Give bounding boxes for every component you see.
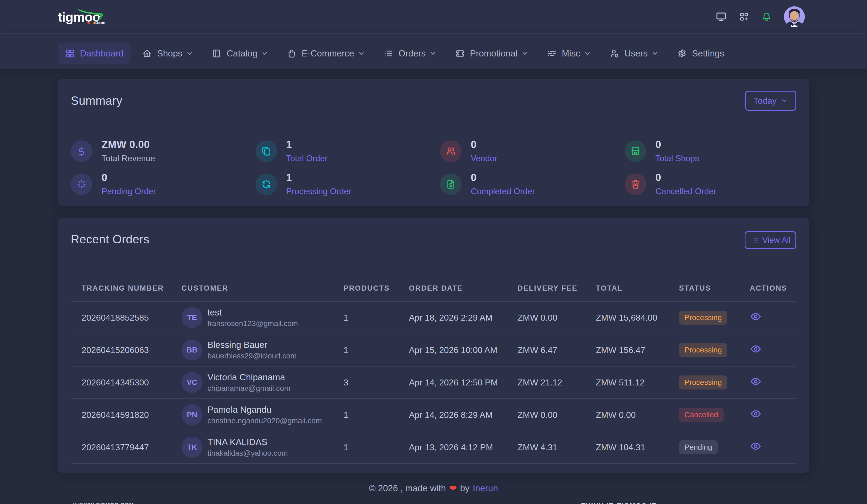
stat-total-revenue: ZMW 0.00 Total Revenue [71, 138, 256, 164]
delivery-fee: ZMW 21.12 [507, 366, 585, 399]
nav-label: E-Commerce [302, 49, 354, 58]
stat-vendor: 0 Vendor [440, 138, 625, 164]
monitor-icon[interactable] [715, 11, 727, 23]
stat-total-shops: 0 Total Shops [625, 138, 810, 164]
catalog-book-icon [212, 49, 222, 58]
customer-email: chipanamav@gmail.com [207, 384, 290, 393]
nav-item-promotional[interactable]: Promotional [448, 43, 535, 64]
nav-label: Promotional [470, 49, 517, 58]
table-row: 20260418852585 TE test fransrosen123@gma… [71, 301, 796, 334]
products-count: 1 [333, 399, 398, 431]
apps-add-icon[interactable] [739, 12, 749, 22]
customer-email: tinakalidas@yahoo.com [207, 448, 288, 458]
summary-title: Summary [71, 94, 122, 107]
nav-item-catalog[interactable]: Catalog [204, 43, 275, 64]
nav-item-users[interactable]: Users [602, 43, 665, 64]
order-total: ZMW 15,684.00 [585, 301, 668, 334]
stat-label: Total Revenue [101, 153, 155, 164]
bottom-clipped-left-text: © WWW.TIGMOO.COM [72, 502, 134, 504]
orders-table: Tracking Number Customer Products Order … [71, 284, 796, 464]
copyright-by: by [460, 483, 469, 493]
nav-label: Orders [398, 49, 426, 58]
products-count: 3 [333, 366, 398, 399]
nav-item-ecommerce[interactable]: E-Commerce [280, 43, 372, 64]
order-date: Apr 14, 2026 12:50 PM [398, 366, 507, 399]
stat-cancelled-order: 0 Cancelled Order [625, 171, 810, 197]
copy-files-icon [256, 140, 277, 162]
nav-label: Shops [157, 49, 182, 58]
page-footer: © 2026 , made with ❤ by Inerun [0, 473, 867, 504]
top-header: tigmoo .com [0, 0, 867, 33]
order-date: Apr 13, 2026 4:12 PM [398, 431, 507, 463]
tracking-number: 20260413779447 [71, 431, 171, 463]
summary-card: Summary Today ZMW 0.00 Total Revenue 1 T… [58, 79, 809, 206]
products-count: 1 [333, 431, 398, 463]
stat-value: 1 [286, 171, 351, 184]
vendors-users-icon [440, 140, 462, 162]
customer-avatar: VC [182, 372, 203, 393]
user-shield-icon [609, 49, 620, 58]
orders-list-icon [383, 49, 394, 58]
order-total: ZMW 511.12 [585, 366, 668, 399]
period-select-button[interactable]: Today [745, 91, 796, 111]
stat-label: Completed Order [471, 186, 535, 197]
nav-item-shops[interactable]: Shops [135, 43, 200, 64]
tigmoo-logo[interactable]: tigmoo .com [58, 8, 118, 26]
customer-email: christine.ngandu2020@gmail.com [207, 416, 322, 426]
customer-avatar: PN [182, 404, 203, 426]
bottom-clipped-strip: © WWW.TIGMOO.COM THINK IT, TIGMOO IT [0, 502, 867, 504]
settings-gear-icon [677, 49, 687, 58]
view-all-button[interactable]: View All [745, 231, 796, 249]
col-order-date: Order Date [398, 284, 507, 301]
nav-item-misc[interactable]: Misc [540, 43, 598, 64]
nav-label: Users [624, 49, 648, 58]
view-order-eye-icon[interactable] [750, 343, 762, 355]
storefront-icon [625, 140, 646, 162]
user-avatar[interactable] [784, 6, 805, 27]
tracking-number: 20260415206063 [71, 334, 171, 366]
ticket-icon [455, 49, 465, 58]
nav-label: Settings [692, 49, 724, 58]
chevron-down-icon [781, 97, 788, 104]
inerun-link[interactable]: Inerun [473, 483, 498, 493]
shopping-bag-icon [287, 49, 297, 58]
nav-item-settings[interactable]: Settings [670, 43, 731, 64]
orders-header-row: Tracking Number Customer Products Order … [71, 284, 796, 301]
stat-value: 1 [286, 138, 328, 151]
col-tracking-number: Tracking Number [71, 284, 171, 301]
tracking-number: 20260414591820 [71, 399, 171, 431]
orders-body: 20260418852585 TE test fransrosen123@gma… [71, 301, 796, 463]
view-order-eye-icon[interactable] [750, 311, 762, 322]
recent-orders-card: Recent Orders View All Tracking Number C… [58, 218, 809, 473]
products-count: 1 [333, 301, 398, 334]
customer-avatar: BB [182, 340, 203, 361]
stat-label: Pending Order [101, 186, 156, 197]
status-badge: Processing [679, 375, 727, 389]
summary-stats: ZMW 0.00 Total Revenue 1 Total Order 0 V… [71, 138, 809, 197]
nav-label: Catalog [227, 49, 257, 58]
table-row: 20260414345300 VC Victoria Chipanama chi… [71, 366, 796, 399]
trash-x-icon [625, 173, 646, 195]
status-badge: Processing [679, 311, 727, 325]
notifications-bell-icon[interactable] [761, 11, 772, 22]
stat-value: ZMW 0.00 [101, 138, 155, 151]
nav-item-dashboard[interactable]: Dashboard [58, 43, 130, 64]
refresh-icon [256, 173, 277, 195]
stat-value: 0 [471, 138, 497, 151]
tracking-number: 20260418852585 [71, 301, 171, 334]
view-order-eye-icon[interactable] [750, 440, 762, 452]
status-badge: Pending [679, 440, 718, 454]
delivery-fee: ZMW 4.31 [507, 431, 585, 463]
nav-item-orders[interactable]: Orders [376, 43, 443, 64]
col-status: Status [668, 284, 739, 301]
stat-completed-order: 0 Completed Order [440, 171, 625, 197]
avatar-face [790, 11, 799, 21]
delivery-fee: ZMW 0.00 [507, 399, 585, 431]
view-order-eye-icon[interactable] [750, 408, 762, 420]
col-delivery-fee: Delivery Fee [507, 284, 585, 301]
chevron-down-icon [358, 50, 365, 57]
customer-email: fransrosen123@gmail.com [207, 319, 298, 329]
view-order-eye-icon[interactable] [750, 375, 762, 387]
chevron-down-icon [584, 50, 591, 57]
period-label: Today [753, 96, 777, 106]
